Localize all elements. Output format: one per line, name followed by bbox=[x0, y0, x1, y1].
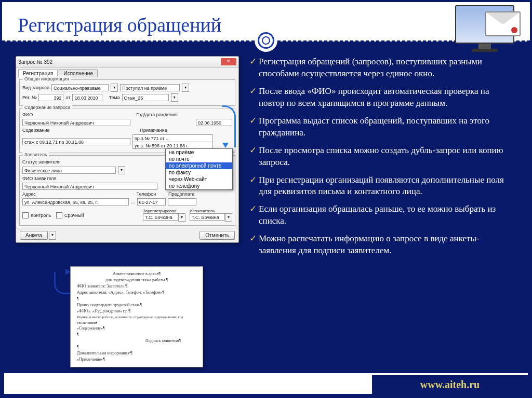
type-field[interactable]: Социально-правовые bbox=[51, 84, 109, 91]
group-general: Общая информация Вид запроса Социально-п… bbox=[19, 79, 235, 106]
prepay-field[interactable] bbox=[168, 198, 196, 205]
dropdown-item[interactable]: по факсу bbox=[166, 169, 232, 176]
bullet: После ввода «ФИО» происходит автоматичес… bbox=[249, 86, 516, 109]
dropdown-item[interactable]: по электронной почте bbox=[166, 162, 232, 169]
bullet: Если организация обращалась раньше, то е… bbox=[249, 203, 516, 227]
close-icon[interactable]: ✕ bbox=[221, 58, 236, 65]
bullet: После просмотра списка можно создать дуб… bbox=[249, 145, 516, 169]
chevron-down-icon[interactable]: ▼ bbox=[178, 213, 185, 222]
bullet: Регистрация обращений (запросов), поступ… bbox=[249, 56, 516, 80]
fio-appl-field[interactable]: Червонный Николай Андреевич bbox=[22, 183, 157, 190]
control-checkbox[interactable] bbox=[22, 212, 29, 218]
footer-url: www.aiteh.ru bbox=[370, 373, 528, 394]
received-dropdown[interactable]: на приёме по почте по электронной почте … bbox=[165, 148, 233, 190]
footer: www.aiteh.ru bbox=[4, 373, 528, 394]
bullet: Можно распечатать информацию о запросе в… bbox=[249, 233, 516, 257]
chevron-down-icon[interactable]: ▼ bbox=[111, 84, 118, 92]
content-field[interactable]: стаж с 09.12.71 по 30.11.88 bbox=[22, 138, 130, 145]
chevron-down-icon[interactable]: ▼ bbox=[49, 231, 56, 240]
date-field[interactable]: 18.03.2010 bbox=[72, 94, 102, 101]
envelope-icon bbox=[485, 11, 521, 36]
chevron-down-icon[interactable]: ▼ bbox=[225, 213, 232, 222]
phone-field[interactable]: 61-27-17 bbox=[137, 198, 166, 205]
topic-field[interactable]: Стаж_25 bbox=[122, 94, 169, 101]
chevron-down-icon[interactable]: ▼ bbox=[118, 166, 125, 174]
document-preview: Анкета-заявление в архив¶ для подтвержде… bbox=[70, 266, 203, 367]
window-title: Запрос № 392 bbox=[18, 59, 52, 65]
status-field[interactable]: Физическое лицо bbox=[22, 167, 116, 174]
ring-ornament bbox=[255, 29, 277, 52]
urgent-checkbox[interactable] bbox=[56, 212, 62, 218]
arrow-icon bbox=[219, 105, 240, 152]
bullet-list: Регистрация обращений (запросов), поступ… bbox=[249, 56, 516, 263]
address-field[interactable]: ул. Александровская, 65, кв. 25, г. bbox=[22, 198, 129, 205]
header: Регистрация обращений bbox=[2, 2, 530, 42]
bullet: При регистрации организаций появляются д… bbox=[249, 174, 516, 198]
fio-field[interactable]: Червонный Николай Андреевич bbox=[22, 119, 130, 126]
bullet: Программа выдаст список обращений, посту… bbox=[249, 115, 516, 139]
regno-field[interactable]: 392 bbox=[38, 94, 63, 101]
received-field[interactable]: Поступил на приёме bbox=[120, 84, 180, 91]
dropdown-item[interactable]: на приёме bbox=[166, 149, 232, 156]
chevron-down-icon[interactable]: ▼ bbox=[171, 93, 178, 102]
chevron-down-icon[interactable]: ▼ bbox=[182, 84, 189, 92]
anketa-button[interactable]: Анкета bbox=[20, 231, 48, 240]
group-content: Содержание запроса ФИО Год/дата рождения… bbox=[19, 108, 235, 153]
screenshot-panel: Запрос № 392 ✕ Регистрация Исполнение Об… bbox=[16, 56, 239, 263]
dropdown-item[interactable]: через Web-сайт bbox=[166, 176, 232, 183]
cancel-button[interactable]: Отменить bbox=[200, 231, 235, 240]
titlebar: Запрос № 392 ✕ bbox=[16, 57, 238, 67]
dropdown-item[interactable]: по телефону bbox=[166, 183, 232, 189]
dropdown-item[interactable]: по почте bbox=[166, 156, 232, 162]
monitor-illustration bbox=[451, 5, 518, 60]
arrow-icon bbox=[51, 268, 72, 296]
